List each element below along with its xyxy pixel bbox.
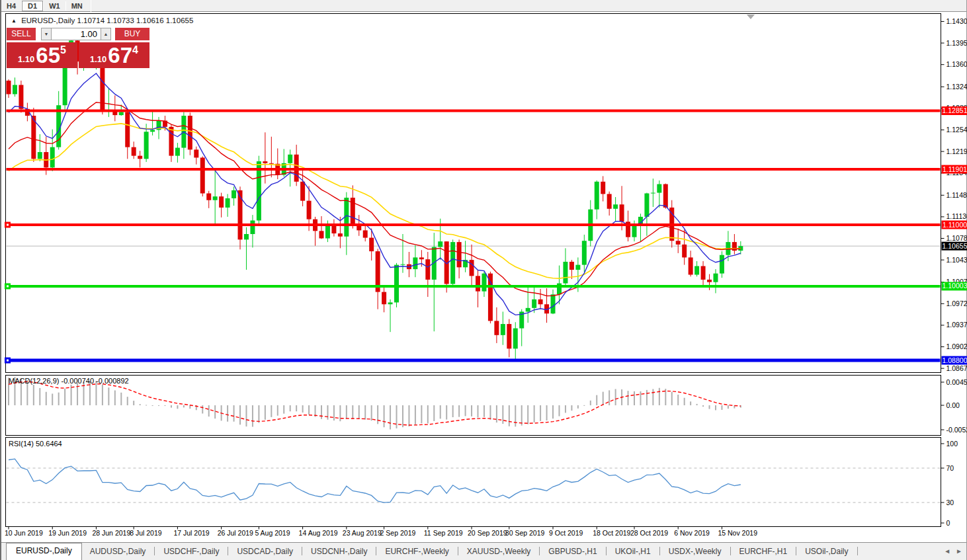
svg-text:1.12540: 1.12540	[946, 126, 967, 134]
tab-eurchf-h1[interactable]: EURCHF-,H1	[732, 544, 796, 560]
sell-price-pip: 5	[60, 44, 66, 56]
buy-price-prefix: 1.10	[90, 54, 106, 64]
tab-gbpusd-h1[interactable]: GBPUSD-,H1	[540, 544, 605, 560]
chart-title: ▲ EURUSD-,Daily 1.10714 1.10733 1.10616 …	[11, 17, 193, 24]
tab-audusd-daily[interactable]: AUDUSD-,Daily	[82, 544, 154, 560]
svg-text:1.08800: 1.08800	[943, 356, 967, 364]
svg-text:1.09370: 1.09370	[946, 321, 967, 329]
tab-eurchf-weekly[interactable]: EURCHF-,Weekly	[377, 544, 456, 560]
svg-text:1.08670: 1.08670	[946, 364, 967, 372]
buy-price-main: 67	[108, 44, 132, 66]
svg-text:1.12190: 1.12190	[946, 147, 967, 155]
svg-text:14 Aug 2019: 14 Aug 2019	[299, 529, 338, 537]
tab-separator	[302, 547, 302, 555]
svg-text:20 Sep 2019: 20 Sep 2019	[468, 529, 507, 537]
one-click-trading-panel: SELL ▼ ▲ BUY 1.10 65 5 1.10 67 4	[7, 28, 149, 68]
svg-text:1.11901: 1.11901	[943, 165, 967, 173]
tabs-scroll-left-icon[interactable]: ◄	[944, 548, 950, 555]
sell-price-prefix: 1.10	[18, 54, 34, 64]
chart-canvas[interactable]: 1.143001.139501.136001.132401.128901.125…	[1, 0, 967, 542]
date-axis[interactable]: 10 Jun 201919 Jun 201928 Jun 20198 Jul 2…	[5, 527, 757, 538]
svg-text:100: 100	[946, 440, 958, 448]
svg-text:23 Aug 2019: 23 Aug 2019	[343, 529, 382, 537]
macd-indicator-label: MACD(12,26,9) -0.000740 -0.000892	[9, 377, 129, 385]
symbol-tabbar: EURUSD-,Daily AUDUSD-,Daily USDCHF-,Dail…	[1, 542, 966, 560]
rsi-indicator-label: RSI(14) 50.6464	[9, 440, 62, 448]
sell-price-box[interactable]: 1.10 65 5	[7, 42, 77, 68]
svg-text:1.10003: 1.10003	[943, 282, 967, 290]
svg-text:0: 0	[946, 519, 950, 527]
svg-text:0.004536: 0.004536	[946, 378, 967, 386]
svg-text:10 Jun 2019: 10 Jun 2019	[5, 529, 43, 537]
tab-separator	[730, 547, 731, 555]
svg-text:1.13600: 1.13600	[946, 60, 967, 68]
tab-usdx-weekly[interactable]: USDX-,Weekly	[661, 544, 730, 560]
tab-separator	[606, 547, 607, 555]
svg-text:1.12851: 1.12851	[943, 106, 967, 114]
svg-text:9 Oct 2019: 9 Oct 2019	[549, 529, 583, 537]
rsi-pane[interactable]	[6, 438, 941, 527]
svg-text:-0.005205: -0.005205	[946, 426, 967, 434]
tab-separator	[796, 547, 796, 555]
macd-name: MACD(12,26,9)	[9, 377, 59, 385]
collapse-panel-icon[interactable]: ▲	[11, 18, 17, 24]
chart-symbol-label: EURUSD-,Daily	[21, 17, 75, 24]
svg-text:8 Jul 2019: 8 Jul 2019	[130, 529, 162, 537]
price-axis[interactable]: 1.143001.139501.136001.132401.128901.125…	[941, 17, 967, 372]
sell-price-main: 65	[36, 44, 60, 66]
rsi-name: RSI(14)	[9, 440, 34, 448]
svg-text:1.09020: 1.09020	[946, 342, 967, 350]
svg-text:1.14300: 1.14300	[946, 17, 967, 25]
buy-price-pip: 4	[132, 44, 138, 56]
svg-text:1.10430: 1.10430	[946, 256, 967, 264]
tab-xauusd-weekly[interactable]: XAUUSD-,Weekly	[459, 544, 538, 560]
svg-text:30: 30	[946, 499, 954, 506]
rsi-axis[interactable]: 10070300	[941, 440, 958, 527]
tabs-scroll-right-icon[interactable]: ►	[956, 548, 962, 555]
tab-eurusd-daily[interactable]: EURUSD-,Daily	[6, 543, 82, 560]
svg-text:1.13950: 1.13950	[946, 39, 967, 47]
svg-text:15 Nov 2019: 15 Nov 2019	[718, 529, 757, 537]
svg-text:1.13240: 1.13240	[946, 83, 967, 91]
svg-text:70: 70	[946, 464, 954, 472]
tab-usdcnh-daily[interactable]: USDCNH-,Daily	[303, 544, 375, 560]
svg-text:30 Sep 2019: 30 Sep 2019	[505, 529, 545, 537]
terminal-window: H4 D1 W1 MN 1.143001.139501.136001.13240…	[0, 0, 967, 560]
svg-text:1.11000: 1.11000	[943, 221, 967, 229]
buy-button[interactable]: BUY	[115, 28, 149, 40]
svg-text:19 Jun 2019: 19 Jun 2019	[48, 529, 87, 537]
svg-text:1.09720: 1.09720	[946, 300, 967, 307]
svg-text:1.10655: 1.10655	[943, 242, 967, 250]
tab-usdcad-daily[interactable]: USDCAD-,Daily	[229, 544, 301, 560]
tab-ukoil-h1[interactable]: UKOil-,H1	[607, 544, 659, 560]
svg-text:11 Sep 2019: 11 Sep 2019	[424, 529, 463, 537]
svg-text:6 Nov 2019: 6 Nov 2019	[674, 529, 710, 537]
volume-input[interactable]	[52, 28, 101, 40]
volume-decrease-button[interactable]: ▼	[41, 28, 52, 40]
macd-axis[interactable]: 0.0045360.00-0.005205	[941, 378, 967, 434]
tab-usoil-daily[interactable]: USOil-,Daily	[797, 544, 856, 560]
svg-text:26 Jul 2019: 26 Jul 2019	[218, 529, 253, 537]
tab-separator	[228, 547, 228, 555]
svg-text:28 Jun 2019: 28 Jun 2019	[92, 529, 130, 537]
tab-separator	[376, 547, 376, 555]
svg-text:17 Jul 2019: 17 Jul 2019	[173, 529, 209, 537]
svg-text:1.11480: 1.11480	[946, 191, 967, 199]
tab-separator	[154, 547, 155, 555]
volume-increase-button[interactable]: ▲	[101, 28, 111, 40]
svg-text:5 Aug 2019: 5 Aug 2019	[255, 529, 290, 537]
tab-separator	[659, 547, 660, 555]
sell-button[interactable]: SELL	[7, 28, 36, 40]
tab-separator	[857, 547, 858, 555]
tab-separator	[458, 547, 458, 555]
svg-text:18 Oct 2019: 18 Oct 2019	[593, 529, 630, 537]
macd-values: -0.000740 -0.000892	[61, 377, 128, 385]
tab-usdchf-daily[interactable]: USDCHF-,Daily	[155, 544, 227, 560]
svg-text:1.11130: 1.11130	[946, 212, 967, 220]
svg-text:2 Sep 2019: 2 Sep 2019	[380, 529, 416, 537]
svg-text:28 Oct 2019: 28 Oct 2019	[630, 529, 668, 537]
rsi-value: 50.6464	[36, 440, 62, 448]
svg-text:0.00: 0.00	[946, 401, 960, 409]
buy-price-box[interactable]: 1.10 67 4	[79, 42, 149, 68]
svg-text:1.10780: 1.10780	[946, 234, 967, 242]
